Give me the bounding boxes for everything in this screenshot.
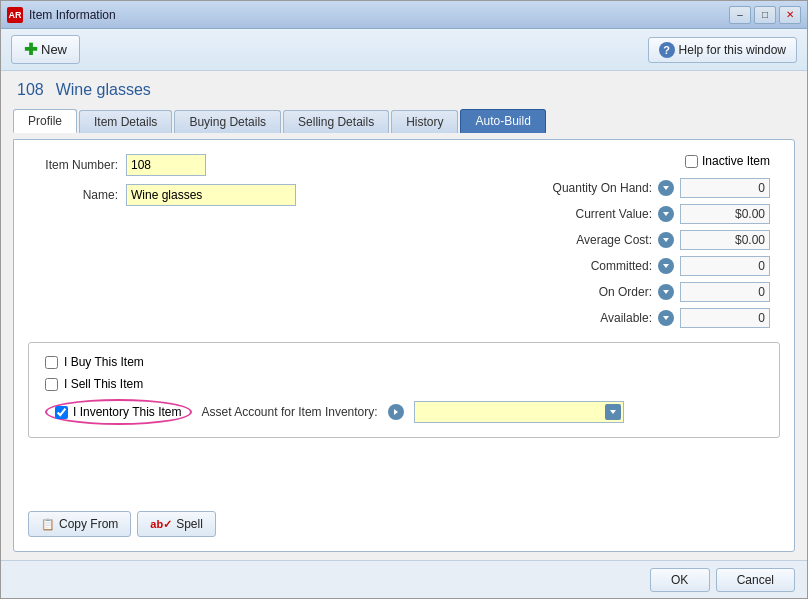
main-window: AR Item Information – □ ✕ ✚ New ? Help f… (0, 0, 808, 599)
on-order-value[interactable] (680, 282, 770, 302)
average-cost-row: Average Cost: (542, 230, 770, 250)
new-button[interactable]: ✚ New (11, 35, 80, 64)
sell-checkbox[interactable] (45, 378, 58, 391)
average-cost-input[interactable] (680, 230, 770, 250)
item-number-input[interactable] (126, 154, 206, 176)
copy-from-button[interactable]: 📋 Copy From (28, 511, 131, 537)
average-cost-label: Average Cost: (542, 233, 652, 247)
current-value-input[interactable] (680, 204, 770, 224)
quantity-on-hand-label: Quantity On Hand: (542, 181, 652, 195)
inactive-label: Inactive Item (702, 154, 770, 168)
title-bar-left: AR Item Information (7, 7, 116, 23)
committed-row: Committed: (542, 256, 770, 276)
spell-button[interactable]: ab✓ Spell (137, 511, 216, 537)
current-value-label: Current Value: (542, 207, 652, 221)
title-bar: AR Item Information – □ ✕ (1, 1, 807, 29)
name-input[interactable] (126, 184, 296, 206)
toolbar: ✚ New ? Help for this window (1, 29, 807, 71)
window-title: Item Information (29, 8, 116, 22)
buy-checkbox[interactable] (45, 356, 58, 369)
tab-bar: Profile Item Details Buying Details Sell… (13, 109, 795, 133)
bottom-buttons: 📋 Copy From ab✓ Spell (28, 503, 780, 537)
help-button[interactable]: ? Help for this window (648, 37, 797, 63)
close-button[interactable]: ✕ (779, 6, 801, 24)
item-header: 108 Wine glasses (13, 79, 795, 103)
app-icon: AR (7, 7, 23, 23)
sell-label: I Sell This Item (64, 377, 143, 391)
new-label: New (41, 42, 67, 57)
checkbox-section: I Buy This Item I Sell This Item I Inven… (28, 342, 780, 438)
available-label: Available: (542, 311, 652, 325)
current-value-arrow[interactable] (658, 206, 674, 222)
buy-label: I Buy This Item (64, 355, 144, 369)
quantity-on-hand-value[interactable] (680, 178, 770, 198)
svg-marker-2 (663, 238, 669, 242)
cancel-button[interactable]: Cancel (716, 568, 795, 592)
title-controls: – □ ✕ (729, 6, 801, 24)
left-form: Item Number: Name: (28, 154, 296, 206)
tab-profile[interactable]: Profile (13, 109, 77, 133)
tab-buying-details[interactable]: Buying Details (174, 110, 281, 133)
asset-account-label: Asset Account for Item Inventory: (202, 405, 378, 419)
committed-value[interactable] (680, 256, 770, 276)
committed-label: Committed: (542, 259, 652, 273)
name-label: Name: (28, 188, 118, 202)
inactive-row: Inactive Item (685, 154, 770, 168)
name-row: Name: (28, 184, 296, 206)
asset-dropdown-arrow-icon[interactable] (605, 404, 621, 420)
inventory-label: I Inventory This Item (73, 405, 182, 419)
average-cost-arrow[interactable] (658, 232, 674, 248)
svg-marker-5 (663, 316, 669, 320)
svg-marker-3 (663, 264, 669, 268)
spell-icon: ab✓ (150, 518, 172, 531)
copy-from-label: Copy From (59, 517, 118, 531)
inventory-circled: I Inventory This Item (45, 399, 192, 425)
item-number-header: 108 (17, 81, 44, 99)
inventory-row: I Inventory This Item Asset Account for … (45, 399, 763, 425)
footer-bar: OK Cancel (1, 560, 807, 598)
available-row: Available: (542, 308, 770, 328)
toolbar-left: ✚ New (11, 35, 80, 64)
item-number-label: Item Number: (28, 158, 118, 172)
svg-marker-6 (394, 409, 398, 415)
available-value[interactable] (680, 308, 770, 328)
top-section: Item Number: Name: Inactive Item (28, 154, 780, 328)
spell-label: Spell (176, 517, 203, 531)
main-panel: Item Number: Name: Inactive Item (13, 139, 795, 552)
on-order-label: On Order: (542, 285, 652, 299)
svg-marker-7 (610, 410, 616, 414)
sell-row: I Sell This Item (45, 377, 763, 391)
asset-account-dropdown[interactable] (414, 401, 624, 423)
tab-history[interactable]: History (391, 110, 458, 133)
minimize-button[interactable]: – (729, 6, 751, 24)
help-icon: ? (659, 42, 675, 58)
asset-info-arrow[interactable] (388, 404, 404, 420)
available-arrow[interactable] (658, 310, 674, 326)
ok-button[interactable]: OK (650, 568, 710, 592)
copy-from-icon: 📋 (41, 518, 55, 531)
content-area: 108 Wine glasses Profile Item Details Bu… (1, 71, 807, 560)
on-order-row: On Order: (542, 282, 770, 302)
tab-item-details[interactable]: Item Details (79, 110, 172, 133)
inventory-checkbox[interactable] (55, 406, 68, 419)
current-value-row: Current Value: (542, 204, 770, 224)
quantity-on-hand-row: Quantity On Hand: (542, 178, 770, 198)
item-number-row: Item Number: (28, 154, 296, 176)
help-label: Help for this window (679, 43, 786, 57)
committed-arrow[interactable] (658, 258, 674, 274)
svg-marker-1 (663, 212, 669, 216)
on-order-arrow[interactable] (658, 284, 674, 300)
quantity-on-hand-arrow[interactable] (658, 180, 674, 196)
new-icon: ✚ (24, 40, 37, 59)
svg-marker-0 (663, 186, 669, 190)
right-form: Inactive Item Quantity On Hand: Current … (542, 154, 780, 328)
tab-auto-build[interactable]: Auto-Build (460, 109, 545, 133)
item-name-header: Wine glasses (56, 81, 151, 99)
buy-row: I Buy This Item (45, 355, 763, 369)
inactive-checkbox[interactable] (685, 155, 698, 168)
tab-selling-details[interactable]: Selling Details (283, 110, 389, 133)
maximize-button[interactable]: □ (754, 6, 776, 24)
svg-marker-4 (663, 290, 669, 294)
